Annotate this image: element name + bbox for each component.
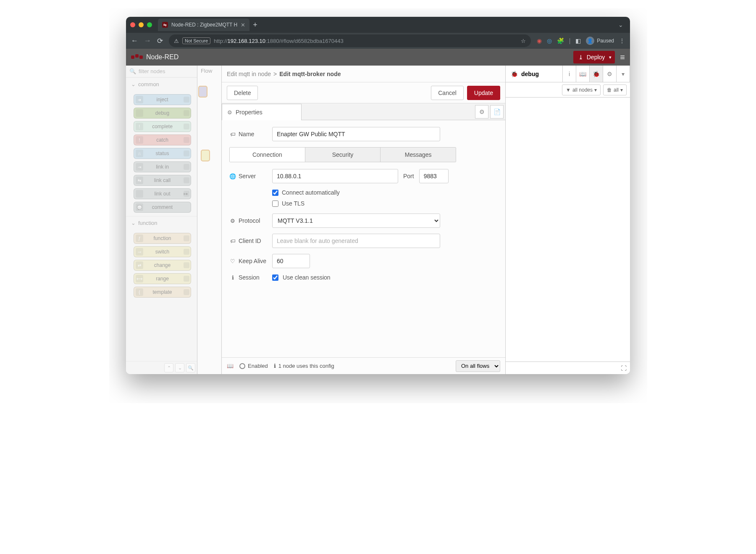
palette-node-change[interactable]: ⇄change [134,260,191,271]
tab-messages[interactable]: Messages [381,148,456,162]
palette-node-catch[interactable]: !catch [134,135,191,145]
palette-node-template[interactable]: {template [134,287,191,298]
new-tab-button[interactable]: + [253,21,257,29]
not-secure-badge: Not Secure [182,37,210,44]
tab-title: Node-RED : Zigbee2MQTT H [171,22,237,28]
filter-input[interactable] [139,68,194,74]
filter-icon: ▼ [566,87,571,93]
window-controls [130,22,152,27]
bug-icon: 🐞 [511,71,518,77]
palette-collapse-button[interactable]: ⌃ [164,363,173,372]
search-icon: 🔍 [129,68,136,74]
debug-tab-button[interactable]: 🐞 [590,66,603,82]
config-uses-label: 1 node uses this config [278,363,334,369]
chevron-down-icon[interactable]: ⌄ [618,21,626,28]
palette-node-link-in[interactable]: ⇥link in [134,161,191,172]
protocol-select[interactable]: MQTT V3.1.1 [272,214,440,228]
palette-search-button[interactable]: 🔍 [186,363,195,372]
url-text: http://192.168.123.10:1880/#flow/d6582bd… [214,38,344,44]
tab-connection[interactable]: Connection [230,148,305,162]
filter-all-nodes-button[interactable]: ▼ all nodes ▾ [562,84,601,95]
avatar-icon: 👤 [586,37,594,45]
extensions-icon[interactable]: 🧩 [557,37,564,44]
palette-node-range[interactable]: ⟷range [134,273,191,284]
palette-node-switch[interactable]: ⤙switch [134,246,191,257]
forward-button[interactable]: → [144,37,151,45]
expand-icon[interactable]: ⛶ [621,365,627,372]
globe-icon: 🌐 [229,173,236,179]
trash-icon: 🗑 [607,87,612,93]
cancel-button[interactable]: Cancel [431,86,464,100]
help-tab-button[interactable]: 📖 [576,66,590,82]
debug-title: debug [521,71,539,77]
flow-tab[interactable]: Flow [201,68,212,74]
palette-node-link-out[interactable]: link out↦ [134,188,191,199]
chevron-down-icon[interactable]: ▾ [617,66,630,82]
settings-icon-button[interactable]: ⚙ [475,105,488,119]
logo-icon [131,55,143,59]
adblock-icon[interactable]: ◉ [537,37,542,44]
url-box[interactable]: ⚠ Not Secure http://192.168.123.10:1880/… [169,34,531,47]
palette-node-function[interactable]: ƒfunction [134,233,191,244]
palette-node-complete[interactable]: !complete [134,121,191,132]
maximize-window-icon[interactable] [147,22,152,27]
palette-node-inject[interactable]: ➜inject [134,94,191,105]
port-input[interactable] [419,169,449,183]
browser-tab-bar: ⇆ Node-RED : Zigbee2MQTT H ✕ + ⌄ [126,17,630,33]
hamburger-menu-icon[interactable]: ≡ [620,53,625,62]
browser-tab[interactable]: ⇆ Node-RED : Zigbee2MQTT H ✕ [158,18,249,31]
tab-close-icon[interactable]: ✕ [241,22,245,28]
tag-icon: 🏷 [229,131,236,137]
flow-scope-select[interactable]: On all flows [456,360,500,372]
palette-node-link-call[interactable]: ⇆link call [134,175,191,186]
info-tab-button[interactable]: i [563,66,576,82]
client-id-input[interactable] [272,234,440,248]
palette-node-status[interactable]: ⎍status [134,148,191,159]
name-input[interactable] [272,127,440,141]
palette-node-comment[interactable]: 💬comment [134,202,191,213]
update-button[interactable]: Update [467,86,500,100]
side-panel-icon[interactable]: ◧ [575,37,581,44]
reload-button[interactable]: ⟳ [157,37,163,45]
canvas-node[interactable] [201,150,210,161]
deploy-button[interactable]: ⤓ Deploy [573,51,615,63]
category-function[interactable]: ⌄function [126,216,197,230]
clean-session-checkbox[interactable] [272,274,278,281]
properties-tab[interactable]: ⚙ Properties [222,104,302,120]
close-window-icon[interactable] [130,22,135,27]
config-tab-button[interactable]: ⚙ [603,66,617,82]
connect-auto-checkbox[interactable] [272,190,278,196]
heartbeat-icon: ♡ [229,258,236,264]
enabled-toggle[interactable]: Enabled [239,363,268,369]
workspace: Flow [197,66,222,374]
toolbar-icons: ◉ ◎ 🧩 | ◧ 👤 Paused ⋮ [537,37,625,45]
tab-security[interactable]: Security [305,148,381,162]
category-common[interactable]: ⌄common [126,77,197,91]
server-input[interactable] [272,169,398,183]
palette-expand-button[interactable]: ⌄ [175,363,184,372]
minimize-window-icon[interactable] [139,22,144,27]
keep-alive-input[interactable] [272,254,310,268]
use-tls-checkbox[interactable] [272,200,278,207]
breadcrumb-current: Edit mqtt-broker node [279,71,341,77]
doc-icon-button[interactable]: 📄 [490,105,504,119]
info-icon: ℹ [229,274,236,281]
favicon-icon: ⇆ [162,22,168,28]
canvas-node[interactable] [198,86,207,98]
address-bar: ← → ⟳ ⚠ Not Secure http://192.168.123.10… [126,33,630,49]
app-logo[interactable]: Node-RED [131,53,178,61]
delete-button[interactable]: Delete [227,86,258,100]
clear-all-button[interactable]: 🗑 all ▾ [603,84,627,95]
palette-node-debug[interactable]: debug [134,108,191,119]
profile-button[interactable]: 👤 Paused [586,37,614,45]
deploy-icon: ⤓ [578,54,583,61]
bookmark-icon[interactable]: ☆ [521,38,526,44]
book-icon[interactable]: 📖 [227,363,234,369]
editor-tray: Edit mqtt in node > Edit mqtt-broker nod… [222,66,506,374]
extension-icon[interactable]: ◎ [547,37,552,44]
gear-icon: ⚙ [229,218,236,224]
back-button[interactable]: ← [131,37,138,45]
breadcrumb-prev[interactable]: Edit mqtt in node [227,71,271,77]
palette-filter[interactable]: 🔍 [126,66,197,77]
kebab-menu-icon[interactable]: ⋮ [619,37,625,44]
